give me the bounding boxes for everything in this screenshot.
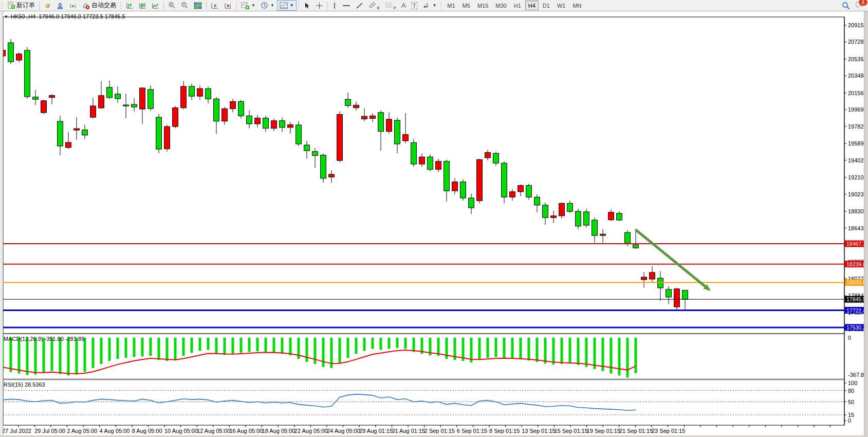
candle-up (181, 86, 187, 108)
text-label-tool[interactable]: T (409, 0, 420, 11)
candlesticks (0, 39, 688, 310)
auto-scroll-button[interactable] (208, 0, 221, 11)
zoom-in-button[interactable] (165, 0, 178, 11)
signals-button[interactable] (67, 0, 80, 11)
timeframe-d1[interactable]: D1 (540, 1, 553, 10)
new-order-button[interactable]: 新订单 (5, 0, 38, 11)
bar-chart-icon (126, 2, 134, 9)
macd-hist-bar (552, 338, 555, 365)
market-button[interactable] (54, 0, 67, 11)
timeframe-h1[interactable]: H1 (511, 1, 524, 10)
toolbar-grip[interactable] (1, 2, 4, 9)
candle-up (140, 88, 145, 109)
horizontal-line-tool[interactable] (340, 0, 353, 11)
macd-hist-bar (207, 338, 210, 350)
cursor-button[interactable] (301, 0, 313, 11)
macd-hist-bar (503, 338, 506, 358)
rsi-line (3, 394, 636, 410)
timeframe-mn[interactable]: MN (569, 1, 584, 10)
macd-hist-bar (166, 338, 169, 361)
candle-up (485, 152, 491, 157)
candle-up (600, 234, 606, 235)
chart-expand-icon[interactable]: ▼ (4, 14, 8, 19)
vertical-line-tool[interactable] (329, 0, 340, 11)
toolbar-grip[interactable] (298, 2, 300, 9)
timeframe-m5[interactable]: M5 (459, 1, 473, 10)
candle-up (164, 126, 170, 149)
macd-hist-bar (125, 338, 127, 358)
macd-hist-bar (520, 338, 522, 359)
zoom-out-button[interactable] (178, 0, 191, 11)
macd-hist-bar (10, 338, 12, 372)
autotrading-button[interactable]: 自动交易 (80, 0, 119, 11)
candle-up (329, 174, 335, 177)
timeframe-m30[interactable]: M30 (492, 1, 509, 10)
mt4-window: 新订单 自动交易 (0, 0, 868, 437)
crosshair-button[interactable] (313, 0, 326, 11)
tile-windows-button[interactable] (191, 0, 205, 11)
time-axis[interactable]: 27 Jul 202229 Jul 05:002 Aug 05:004 Aug … (2, 425, 830, 434)
templates-button[interactable]: ▼ (277, 0, 297, 11)
macd-hist-bar (281, 338, 284, 354)
macd-hist-bar (626, 338, 629, 377)
macd-hist-bar (191, 338, 193, 353)
candle-up (288, 125, 293, 128)
time-tick-label: 12 Aug 05:00 (197, 428, 230, 434)
macd-hist-bar (240, 338, 243, 353)
candle-down (82, 130, 88, 135)
candle-down (576, 211, 581, 226)
chart-shift-button[interactable] (221, 0, 235, 11)
candle-up (403, 135, 409, 141)
periods-button[interactable]: ▼ (258, 0, 277, 11)
candle-up (551, 216, 557, 217)
macd-hist-bar (594, 338, 596, 369)
time-tick-label: 10 Aug 05:00 (164, 428, 198, 434)
chart-shift-icon (224, 2, 232, 9)
candle-down (206, 88, 211, 99)
macd-hist-bar (248, 338, 251, 352)
indicators-button[interactable]: ▼ (238, 0, 258, 11)
macd-hist-bar (404, 338, 407, 349)
macd-hist-bar (76, 338, 78, 374)
signal-icon (69, 2, 77, 9)
deposit-button[interactable] (41, 0, 54, 11)
trend-arrow[interactable] (636, 230, 711, 291)
toolbar-grip[interactable] (440, 2, 442, 9)
candle-chart-mode-button[interactable] (136, 0, 149, 11)
timeframe-m1[interactable]: M1 (444, 1, 458, 10)
macd-hist-bar (141, 338, 144, 356)
line-chart-mode-button[interactable] (149, 0, 162, 11)
macd-hist-bar (224, 338, 226, 355)
bar-chart-mode-button[interactable] (123, 0, 136, 11)
channel-icon (368, 2, 377, 9)
time-tick-label: 4 Aug 05:00 (100, 428, 130, 434)
macd-hist-bar (199, 338, 201, 351)
price-badge-label: 17845.5 (846, 296, 866, 302)
chart-canvas[interactable]: 20915.020728.020535.520348.520156.019969… (0, 0, 868, 437)
time-tick-label: 2 Aug 05:00 (67, 428, 97, 434)
timeframe-m15[interactable]: M15 (474, 1, 491, 10)
timeframe-w1[interactable]: W1 (554, 1, 569, 10)
notifications-button[interactable]: 1 (855, 1, 864, 10)
rsi-indicator-label: RSI(15) 28.5363 (4, 381, 45, 388)
timeframe-bar: M1M5M15M30H1H4D1W1MN (444, 1, 585, 10)
timeframe-h4[interactable]: H4 (525, 1, 539, 10)
candle-down (460, 182, 466, 198)
candle-up (16, 54, 22, 60)
candle-up (674, 289, 680, 307)
candle-down (312, 152, 318, 156)
trendline-tool[interactable] (353, 0, 366, 11)
time-tick-label: 8 Sep 01:15 (489, 428, 520, 434)
toolbar-grip[interactable] (120, 2, 122, 9)
arrows-tool[interactable]: ▼ (420, 0, 439, 11)
candle-down (8, 43, 14, 62)
macd-hist-bar (256, 338, 259, 351)
text-tool[interactable]: A (399, 0, 409, 11)
price-badge-label: 17722.4 (846, 307, 866, 314)
search-icon[interactable] (842, 2, 850, 10)
chart-title: ▼HK50-,H4 17946.0 17946.0 17723.5 17845.… (4, 13, 125, 20)
candle-down (107, 87, 113, 98)
fibonacci-tool[interactable]: F (382, 0, 399, 11)
candle-down (321, 155, 326, 178)
equidistant-channel-tool[interactable]: E (366, 0, 382, 11)
